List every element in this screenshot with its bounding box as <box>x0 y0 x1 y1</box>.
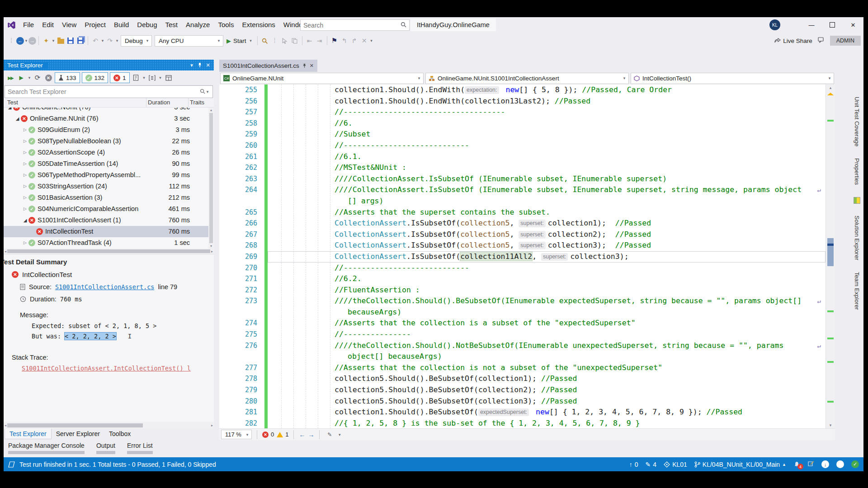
test-tree-row[interactable]: ▷✓S03StringAssertion (24)112 ms <box>4 181 214 192</box>
repository-selector[interactable]: KL01 <box>664 461 687 468</box>
pin-icon[interactable] <box>302 63 307 68</box>
test-tree-row[interactable]: ▷✓S02AssertionScope (4)26 ms <box>4 147 214 158</box>
playlist-caret-icon[interactable]: ▾ <box>142 75 146 80</box>
minimize-button[interactable]: — <box>801 17 822 33</box>
scrollbar-thumb[interactable] <box>7 423 143 427</box>
ready-check-icon[interactable]: ✓ <box>851 460 859 468</box>
code-line[interactable]: 268CollectionAssert.IsSubsetOf(collectio… <box>219 240 826 251</box>
decrease-indent-icon[interactable]: ⇤ <box>305 36 315 46</box>
test-tree-row[interactable]: ✕IntCollectionTest760 ms <box>4 226 214 237</box>
code-line[interactable]: 274//Asserts that the collection is a su… <box>219 318 826 329</box>
menu-item-file[interactable]: File <box>19 21 38 28</box>
test-tree-row[interactable]: ▷✓S06TypeMethodPropertyAssembl...99 ms <box>4 169 214 181</box>
detail-horizontal-scrollbar[interactable]: ◂ ▸ <box>4 422 214 429</box>
branch-selector[interactable]: KL/04B_NUnit_KL/00_Main ▲ <box>694 461 786 468</box>
expander-icon[interactable]: ▷ <box>22 195 28 200</box>
stack-trace-link[interactable]: S1001IntCollectionAssert.IntCollectionTe… <box>22 365 191 372</box>
cancel-run-icon[interactable]: ✕ <box>43 73 53 83</box>
code-line[interactable]: 282//{ 1, 2, 5, 8 } is the sub-set of th… <box>219 418 826 428</box>
update-available-icon[interactable]: ↓ <box>821 460 829 468</box>
test-tree-row[interactable]: ▷✓S04NumericIComparableAssertion461 ms <box>4 203 214 215</box>
undo-caret-icon[interactable]: ▾ <box>100 38 105 43</box>
code-line[interactable]: 281collection1.Should().BeSubsetOf(expec… <box>219 407 826 418</box>
test-tree-row[interactable]: ▷✓S08TypeNullableBoolean (3)22 ms <box>4 136 214 147</box>
tree-horizontal-scrollbar[interactable]: ◂ ▸ <box>4 249 214 254</box>
menu-item-project[interactable]: Project <box>80 21 110 28</box>
new-project-caret-icon[interactable]: ▾ <box>51 38 56 43</box>
code-line[interactable]: 271//6.2. <box>219 273 826 285</box>
editor-vertical-scrollbar[interactable]: ▴ ▾ <box>826 84 835 428</box>
code-line[interactable]: 275//--------------- <box>219 329 826 340</box>
dock-tab-test-explorer[interactable]: Test Explorer <box>5 429 52 439</box>
close-button[interactable]: ✕ <box>843 17 863 33</box>
code-line[interactable]: 258//6. <box>219 118 826 129</box>
code-line[interactable]: 257//-----------------------------------… <box>219 107 826 118</box>
failed-tests-filter[interactable]: ✕ 1 <box>110 72 130 83</box>
expander-icon[interactable]: ◢ <box>22 218 28 223</box>
undo-icon[interactable]: ↶ <box>90 36 100 46</box>
bottom-dock-tab-output[interactable]: Output <box>96 440 115 454</box>
code-line[interactable]: 266CollectionAssert.IsSubsetOf(collectio… <box>219 218 826 229</box>
redo-icon[interactable]: ↷ <box>105 36 115 46</box>
column-test[interactable]: Test <box>7 99 18 106</box>
code-line[interactable]: 259//Subset <box>219 129 826 140</box>
code-line[interactable]: object[] becauseArgs) <box>219 351 826 362</box>
source-link[interactable]: S1001IntCollectionAssert.cs <box>55 283 154 291</box>
code-line[interactable]: 278collection5.Should().BeSubsetOf(colle… <box>219 373 826 385</box>
bottom-dock-tab-error-list[interactable]: Error List <box>127 440 153 454</box>
expander-icon[interactable]: ▷ <box>22 206 28 211</box>
zoom-dropdown[interactable]: 117 % ▾ <box>221 430 252 439</box>
menu-item-test[interactable]: Test <box>161 21 182 28</box>
document-health-icon[interactable]: ✎ <box>325 430 335 440</box>
open-folder-icon[interactable] <box>56 36 66 46</box>
scrollbar-thumb[interactable] <box>827 238 834 266</box>
close-panel-icon[interactable]: ✕ <box>204 61 212 69</box>
navigate-forward-icon[interactable]: → <box>28 37 36 45</box>
user-avatar[interactable]: KL <box>769 19 780 30</box>
run-all-tests-icon[interactable]: ▶▶ <box>5 73 15 83</box>
notifications-bell[interactable]: 4 <box>793 461 800 468</box>
error-count[interactable]: ✕ 0 <box>262 431 274 438</box>
navigate-back-icon[interactable]: ← <box>16 37 24 45</box>
scroll-right-icon[interactable]: ▸ <box>211 249 213 253</box>
bottom-dock-tab-package-manager-console[interactable]: Package Manager Console <box>8 440 85 454</box>
next-bookmark-icon[interactable]: ↱ <box>349 36 359 46</box>
toolbar-overflow-caret-icon[interactable]: ▾ <box>369 38 374 43</box>
expander-icon[interactable]: ▷ <box>22 173 28 177</box>
test-tree-row[interactable]: ▷✓S07ActionThreadTask (4)1 sec <box>4 237 214 249</box>
window-position-caret-icon[interactable]: ▾ <box>188 61 196 69</box>
pin-icon[interactable] <box>196 61 204 69</box>
increase-indent-icon[interactable]: ⇥ <box>315 36 325 46</box>
menu-item-analyze[interactable]: Analyze <box>182 21 214 28</box>
tree-column-headers[interactable]: Test Duration Traits <box>4 98 214 107</box>
redo-caret-icon[interactable]: ▾ <box>115 38 119 43</box>
column-duration[interactable]: Duration <box>148 99 170 106</box>
sidebar-tab-properties[interactable]: Properties <box>854 158 860 185</box>
code-line[interactable]: 279collection5.Should().BeSubsetOf(colle… <box>219 385 826 396</box>
search-box[interactable]: Search <box>300 19 410 31</box>
navigate-back-caret-icon[interactable]: ▾ <box>24 38 28 43</box>
group-by-icon[interactable] <box>147 73 157 83</box>
menu-item-debug[interactable]: Debug <box>133 21 161 28</box>
warning-count[interactable]: 1 <box>277 431 288 438</box>
health-caret-icon[interactable]: ▾ <box>337 432 342 437</box>
butwas-value[interactable]: < 2, 2, 2, 2 > <box>65 333 116 340</box>
menu-item-build[interactable]: Build <box>110 21 133 28</box>
dock-tab-toolbox[interactable]: Toolbox <box>104 429 135 439</box>
test-tree-row[interactable]: ▷✓S05DateTimeAssertion (14)90 ms <box>4 158 214 169</box>
run-tests-icon[interactable]: ▶ <box>16 73 26 83</box>
code-line[interactable]: 260//---------------------------- <box>219 140 826 151</box>
method-dropdown[interactable]: IntCollectionTest() ▾ <box>631 73 834 84</box>
scroll-down-icon[interactable]: ▾ <box>210 244 212 248</box>
save-all-icon[interactable] <box>75 36 85 46</box>
layout-icon[interactable] <box>164 73 174 83</box>
previous-bookmark-icon[interactable]: ↰ <box>340 36 349 46</box>
menu-item-view[interactable]: View <box>58 21 80 28</box>
code-line[interactable]: 262//MSTest&NUnit : <box>219 162 826 174</box>
playlist-icon[interactable] <box>131 73 141 83</box>
total-tests-filter[interactable]: 133 <box>55 72 80 83</box>
restore-button[interactable] <box>822 17 843 33</box>
test-tree-row[interactable]: ▷✓S09GuidEnum (2)3 ms <box>4 124 214 136</box>
live-share-button[interactable]: Live Share <box>774 38 812 44</box>
code-line[interactable]: 273////theCollection.Should().BeSubsetOf… <box>219 296 826 307</box>
